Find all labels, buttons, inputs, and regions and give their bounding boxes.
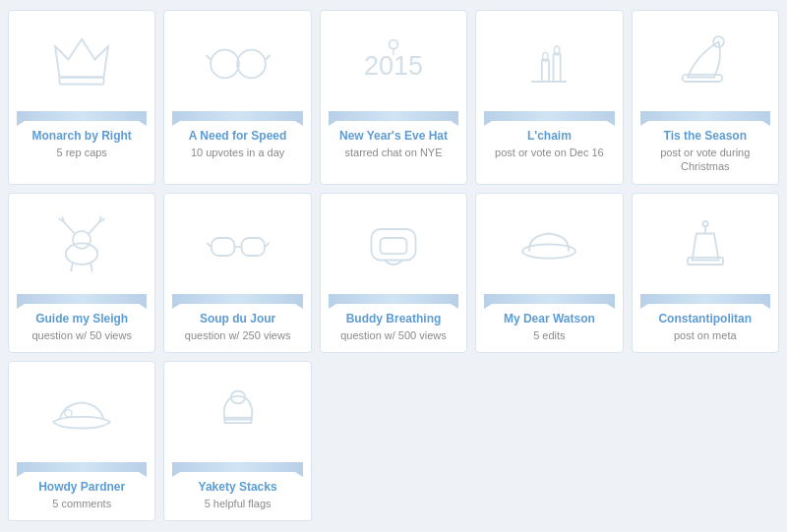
badge-ribbon-guide-my-sleigh bbox=[17, 294, 147, 304]
badge-desc-yakety-stacks: 5 helpful flags bbox=[205, 497, 272, 510]
svg-rect-27 bbox=[212, 238, 234, 256]
badge-ribbon-monarch-by-right bbox=[17, 111, 147, 121]
badge-desc-monarch-by-right: 5 rep caps bbox=[57, 146, 107, 159]
badge-icon-tis-the-season bbox=[640, 21, 770, 107]
badge-icon-my-dear-watson bbox=[484, 204, 614, 290]
svg-line-25 bbox=[71, 263, 73, 271]
svg-point-36 bbox=[65, 409, 72, 416]
badge-ribbon-yakety-stacks bbox=[172, 462, 302, 472]
svg-point-3 bbox=[237, 50, 266, 79]
badge-card-howdy-pardner[interactable]: Howdy Pardner 5 comments bbox=[8, 361, 155, 521]
badge-name-lchaim: L'chaim bbox=[527, 129, 572, 143]
svg-rect-30 bbox=[371, 229, 415, 261]
badge-desc-constantinopolitan: post on meta bbox=[674, 328, 737, 342]
badge-icon-yakety-stacks bbox=[172, 372, 302, 458]
badge-name-tis-the-season: Tis the Season bbox=[664, 129, 747, 143]
svg-line-22 bbox=[89, 221, 99, 233]
badge-ribbon-howdy-pardner bbox=[17, 462, 147, 472]
badge-ribbon-lchaim bbox=[484, 111, 614, 121]
badge-icon-lchaim bbox=[484, 21, 614, 107]
badge-name-new-years-eve-hat: New Year's Eve Hat bbox=[339, 129, 448, 143]
svg-marker-0 bbox=[55, 39, 108, 78]
badge-name-a-need-for-speed: A Need for Speed bbox=[189, 129, 287, 143]
svg-point-35 bbox=[702, 220, 707, 225]
svg-point-8 bbox=[389, 40, 397, 49]
badges-grid: Monarch by Right 5 rep caps A Need for S… bbox=[0, 0, 787, 531]
badge-desc-lchaim: post or vote on Dec 16 bbox=[495, 146, 604, 159]
svg-rect-1 bbox=[60, 78, 104, 85]
svg-rect-10 bbox=[542, 60, 549, 83]
svg-line-6 bbox=[265, 55, 270, 60]
svg-rect-11 bbox=[554, 53, 561, 82]
badge-card-soup-du-jour[interactable]: Soup du Jour question w/ 250 views bbox=[163, 193, 311, 353]
badge-name-constantinopolitan: Constantipolitan bbox=[658, 312, 752, 325]
badge-ribbon-soup-du-jour bbox=[172, 294, 302, 304]
badge-card-new-years-eve-hat[interactable]: 2015 New Year's Eve Hat starred chat on … bbox=[320, 10, 467, 185]
badge-name-my-dear-watson: My Dear Watson bbox=[504, 312, 595, 325]
badge-desc-new-years-eve-hat: starred chat on NYE bbox=[344, 146, 442, 159]
badge-icon-a-need-for-speed bbox=[172, 21, 302, 107]
badge-icon-guide-my-sleigh bbox=[17, 204, 147, 290]
badge-name-soup-du-jour: Soup du Jour bbox=[200, 312, 275, 325]
badge-card-tis-the-season[interactable]: Tis the Season post or vote during Chris… bbox=[632, 10, 779, 185]
badge-card-guide-my-sleigh[interactable]: Guide my Sleigh question w/ 50 views bbox=[8, 193, 155, 353]
badge-desc-my-dear-watson: 5 edits bbox=[533, 328, 565, 342]
badge-card-lchaim[interactable]: L'chaim post or vote on Dec 16 bbox=[475, 10, 623, 185]
badge-icon-constantinopolitan bbox=[640, 204, 770, 290]
badge-name-howdy-pardner: Howdy Pardner bbox=[38, 480, 125, 494]
badge-card-monarch-by-right[interactable]: Monarch by Right 5 rep caps bbox=[8, 10, 155, 185]
svg-point-2 bbox=[211, 50, 239, 79]
badge-desc-soup-du-jour: question w/ 250 views bbox=[185, 328, 291, 342]
badge-icon-buddy-breathing bbox=[329, 204, 458, 290]
svg-rect-31 bbox=[380, 238, 406, 254]
badge-name-guide-my-sleigh: Guide my Sleigh bbox=[35, 312, 128, 325]
badge-card-my-dear-watson[interactable]: My Dear Watson 5 edits bbox=[475, 193, 623, 353]
badge-ribbon-constantinopolitan bbox=[640, 294, 770, 304]
svg-line-26 bbox=[91, 263, 92, 271]
svg-rect-37 bbox=[224, 418, 251, 423]
badge-desc-howdy-pardner: 5 comments bbox=[52, 497, 111, 510]
badge-ribbon-buddy-breathing bbox=[329, 294, 458, 304]
badge-name-monarch-by-right: Monarch by Right bbox=[32, 129, 132, 143]
svg-point-18 bbox=[73, 230, 91, 248]
badge-icon-new-years-eve-hat: 2015 bbox=[329, 21, 458, 107]
badge-card-yakety-stacks[interactable]: Yakety Stacks 5 helpful flags bbox=[163, 361, 311, 521]
badge-desc-guide-my-sleigh: question w/ 50 views bbox=[31, 328, 132, 342]
badge-ribbon-my-dear-watson bbox=[484, 294, 614, 304]
svg-line-5 bbox=[206, 55, 211, 60]
badge-desc-buddy-breathing: question w/ 500 views bbox=[340, 328, 447, 342]
svg-rect-28 bbox=[241, 238, 264, 256]
svg-line-19 bbox=[64, 221, 75, 233]
badge-desc-a-need-for-speed: 10 upvotes in a day bbox=[191, 146, 284, 159]
svg-point-17 bbox=[66, 243, 97, 265]
badge-icon-soup-du-jour bbox=[172, 204, 302, 290]
badge-card-buddy-breathing[interactable]: Buddy Breathing question w/ 500 views bbox=[320, 193, 467, 353]
badge-card-constantinopolitan[interactable]: Constantipolitan post on meta bbox=[632, 193, 779, 353]
badge-ribbon-new-years-eve-hat bbox=[329, 111, 458, 121]
badge-icon-monarch-by-right bbox=[17, 21, 147, 107]
svg-text:2015: 2015 bbox=[364, 51, 423, 81]
badge-ribbon-a-need-for-speed bbox=[172, 111, 302, 121]
badge-name-buddy-breathing: Buddy Breathing bbox=[346, 312, 442, 325]
badge-desc-tis-the-season: post or vote during Christmas bbox=[640, 146, 770, 174]
badge-card-a-need-for-speed[interactable]: A Need for Speed 10 upvotes in a day bbox=[163, 10, 311, 185]
badge-ribbon-tis-the-season bbox=[640, 111, 770, 121]
badge-icon-howdy-pardner bbox=[17, 372, 147, 458]
badge-name-yakety-stacks: Yakety Stacks bbox=[199, 480, 277, 494]
